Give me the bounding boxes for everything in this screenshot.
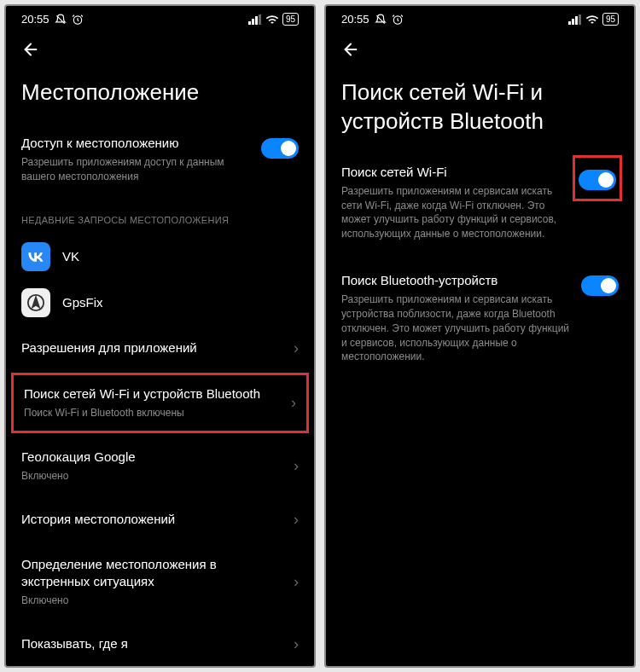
location-access-title: Доступ к местоположению bbox=[21, 135, 251, 152]
bt-scan-desc: Разрешить приложениям и сервисам искать … bbox=[341, 293, 571, 364]
emergency-location-desc: Включено bbox=[21, 594, 283, 608]
location-access-desc: Разрешить приложениям доступ к данным ва… bbox=[21, 155, 251, 184]
status-time: 20:55 bbox=[341, 13, 369, 26]
phone-screen-1: 20:55 95 Местоположение До bbox=[4, 4, 316, 668]
status-bar: 20:55 95 bbox=[6, 6, 314, 29]
gpsfix-icon bbox=[21, 288, 50, 317]
bt-scan-row[interactable]: Поиск Bluetooth-устройств Разрешить прил… bbox=[326, 262, 634, 374]
dnd-icon bbox=[55, 14, 67, 26]
header bbox=[6, 29, 314, 67]
alarm-icon bbox=[72, 14, 84, 26]
back-button[interactable] bbox=[341, 38, 365, 61]
wifi-bt-scan-row[interactable]: Поиск сетей Wi-Fi и устройств Bluetooth … bbox=[11, 373, 309, 433]
wifi-scan-title: Поиск сетей Wi-Fi bbox=[341, 164, 566, 181]
wifi-icon bbox=[265, 14, 279, 25]
google-location-row[interactable]: Геолокация Google Включено › bbox=[6, 435, 314, 497]
alarm-icon bbox=[392, 14, 404, 26]
wifi-bt-scan-title: Поиск сетей Wi-Fi и устройств Bluetooth bbox=[24, 385, 281, 403]
chevron-right-icon: › bbox=[294, 635, 299, 653]
emergency-location-row[interactable]: Определение местоположения в экстренных … bbox=[6, 542, 314, 622]
battery-indicator: 95 bbox=[602, 13, 619, 26]
recent-requests-header: НЕДАВНИЕ ЗАПРОСЫ МЕСТОПОЛОЖЕНИЯ bbox=[6, 194, 314, 234]
status-time: 20:55 bbox=[21, 13, 49, 26]
wifi-icon bbox=[585, 14, 599, 25]
svg-rect-2 bbox=[252, 19, 254, 25]
svg-rect-8 bbox=[572, 19, 574, 25]
vk-icon bbox=[21, 242, 50, 271]
wifi-bt-scan-desc: Поиск Wi-Fi и Bluetooth включены bbox=[24, 406, 281, 420]
svg-rect-9 bbox=[575, 16, 578, 25]
app-row-vk[interactable]: VK bbox=[6, 234, 314, 280]
chevron-right-icon: › bbox=[291, 394, 296, 412]
svg-rect-4 bbox=[259, 14, 261, 25]
app-name-vk: VK bbox=[62, 249, 79, 264]
location-history-row[interactable]: История местоположений › bbox=[6, 497, 314, 542]
bt-scan-title: Поиск Bluetooth-устройств bbox=[341, 272, 571, 289]
svg-rect-7 bbox=[568, 21, 571, 25]
chevron-right-icon: › bbox=[294, 339, 299, 357]
emergency-location-title: Определение местоположения в экстренных … bbox=[21, 556, 283, 591]
svg-rect-10 bbox=[579, 14, 581, 25]
show-where-row[interactable]: Показывать, где я › bbox=[6, 622, 314, 667]
signal-icon bbox=[248, 14, 262, 25]
app-row-gpsfix[interactable]: GpsFix bbox=[6, 280, 314, 326]
show-where-title: Показывать, где я bbox=[21, 635, 283, 652]
app-permissions-row[interactable]: Разрешения для приложений › bbox=[6, 326, 314, 371]
app-name-gpsfix: GpsFix bbox=[62, 295, 103, 310]
page-title: Местоположение bbox=[6, 67, 314, 125]
location-access-toggle[interactable] bbox=[261, 138, 299, 159]
chevron-right-icon: › bbox=[294, 511, 299, 529]
chevron-right-icon: › bbox=[294, 573, 299, 591]
phone-screen-2: 20:55 95 Поиск сетей Wi-Fi и устройств B… bbox=[324, 4, 636, 668]
wifi-scan-row[interactable]: Поиск сетей Wi-Fi Разрешить приложениям … bbox=[326, 154, 634, 252]
wifi-scan-toggle-highlight bbox=[573, 155, 622, 201]
wifi-scan-toggle[interactable] bbox=[579, 170, 616, 190]
status-bar: 20:55 95 bbox=[326, 6, 634, 29]
dnd-icon bbox=[375, 14, 387, 26]
google-location-title: Геолокация Google bbox=[21, 449, 283, 466]
bt-scan-toggle[interactable] bbox=[581, 275, 619, 296]
svg-rect-1 bbox=[248, 21, 251, 25]
svg-rect-3 bbox=[255, 16, 258, 25]
wifi-scan-desc: Разрешить приложениям и сервисам искать … bbox=[341, 184, 566, 241]
location-history-title: История местоположений bbox=[21, 511, 283, 528]
page-title: Поиск сетей Wi-Fi и устройств Bluetooth bbox=[326, 67, 634, 154]
location-access-row[interactable]: Доступ к местоположению Разрешить прилож… bbox=[6, 125, 314, 194]
google-location-desc: Включено bbox=[21, 469, 283, 484]
chevron-right-icon: › bbox=[294, 457, 299, 475]
app-permissions-title: Разрешения для приложений bbox=[21, 339, 283, 356]
battery-indicator: 95 bbox=[282, 13, 299, 26]
signal-icon bbox=[568, 14, 582, 25]
header bbox=[326, 29, 634, 67]
back-button[interactable] bbox=[21, 38, 45, 61]
